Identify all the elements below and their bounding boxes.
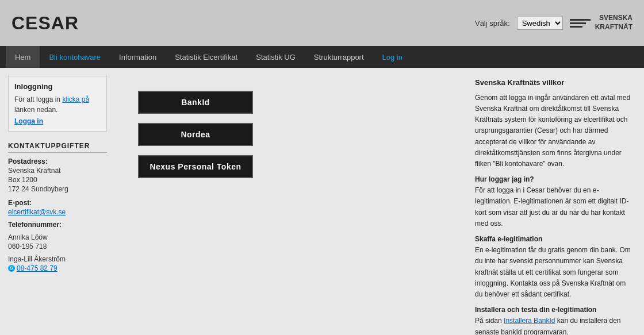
center-panel: BankId Nordea Nexus Personal Token [115,68,466,335]
email-link[interactable]: elcertifikat@svk.se [8,208,66,216]
info-panel: Svenska Kraftnäts villkor Genom att logg… [466,68,644,335]
person-2-phone: S 08-475 82 79 [8,264,107,272]
info-title: Svenska Kraftnäts villkor [475,77,635,89]
address-line-2: Box 1200 [8,176,107,184]
logga-in-link[interactable]: Logga in [14,117,101,125]
bankid-button[interactable]: BankId [138,91,253,114]
person-2-name: Inga-Lill Åkerström [8,255,107,263]
person-1-phone: 060-195 718 [8,242,107,251]
installera-heading: Installera och testa din e-legitimation [475,306,596,314]
header: CESAR Välj språk: Swedish English SVENSK… [0,0,644,46]
person-2-phone-link[interactable]: S 08-475 82 79 [8,264,107,272]
main: Inloggning För att logga in klicka pålän… [0,68,644,335]
contact-title: KONTAKTUPPGIFTER [8,142,107,153]
hur-loggar-heading: Hur loggar jag in? [475,175,534,183]
info-para-3: Skaffa e-legitimation En e-legitimation … [475,234,635,300]
person-1-name: Annika Lööw [8,233,107,241]
installera-link[interactable]: Installera BankId [504,317,555,325]
email-label: E-post: [8,199,107,207]
info-para-1: Genom att logga in ingår användaren ett … [475,93,635,170]
lang-select[interactable]: Swedish English [517,17,563,30]
email-value: elcertifikat@svk.se [8,208,107,216]
address-line-3: 172 24 Sundbyberg [8,185,107,193]
info-para-4: Installera och testa din e-legitimation … [475,305,635,335]
nav-item-login[interactable]: Log in [373,46,412,68]
info-para-2: Hur loggar jag in? För att logga in i Ce… [475,174,635,229]
address-label: Postadress: [8,157,107,165]
nav-item-bli-kontohavare[interactable]: Bli kontohavare [40,46,110,68]
login-box-desc: För att logga in klicka pålänken nedan. [14,94,101,115]
header-right: Välj språk: Swedish English SVENSKA KRAF… [475,14,632,32]
logo: CESAR [12,13,79,34]
nav-item-hem[interactable]: Hem [6,46,40,68]
sidebar: Inloggning För att logga in klicka pålän… [0,68,115,335]
phone-label: Telefonnummer: [8,221,107,229]
person-2: Inga-Lill Åkerström S 08-475 82 79 [8,255,107,272]
nordea-button[interactable]: Nordea [138,123,253,146]
nav-item-statistik-el[interactable]: Statistik Elcertifikat [166,46,247,68]
sk-line-icon [570,19,591,21]
sk-line-icon [570,22,586,24]
sk-text: SVENSKA KRAFTNÄT [595,14,632,32]
login-box-title: Inloggning [14,82,101,91]
skype-icon: S [8,265,15,272]
nav-item-strukturrapport[interactable]: Strukturrapport [305,46,373,68]
sk-line-icon [570,26,582,28]
sk-logo: SVENSKA KRAFTNÄT [570,14,632,32]
nav-item-statistik-ug[interactable]: Statistik UG [247,46,305,68]
contact-box: KONTAKTUPPGIFTER Postadress: Svenska Kra… [8,142,107,272]
skaffa-heading: Skaffa e-legitimation [475,235,542,243]
nav-item-information[interactable]: Information [110,46,166,68]
klicka-link[interactable]: klicka på [62,95,89,103]
person-1: Annika Lööw 060-195 718 [8,233,107,251]
nexus-button[interactable]: Nexus Personal Token [138,155,253,178]
address-line-1: Svenska Kraftnät [8,167,107,175]
sk-lines-icon [570,19,591,28]
login-box: Inloggning För att logga in klicka pålän… [8,76,107,132]
nav: Hem Bli kontohavare Information Statisti… [0,46,644,68]
lang-label: Välj språk: [475,19,510,28]
